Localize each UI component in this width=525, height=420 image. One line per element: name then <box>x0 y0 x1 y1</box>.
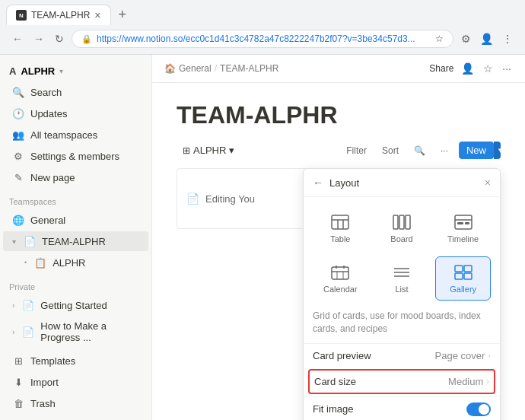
new-record-dropdown[interactable]: ▾ <box>494 142 501 159</box>
sidebar-item-team-alphr[interactable]: ▾ 📄 TEAM-ALPHR <box>3 231 148 251</box>
layout-option-table[interactable]: Table <box>313 206 368 250</box>
workspace-initial: A <box>9 65 16 77</box>
expand-icon: ▾ <box>12 237 16 246</box>
sidebar-item-import[interactable]: ⬇ Import <box>3 372 148 392</box>
tab-favicon: N <box>16 10 27 21</box>
fit-image-toggle[interactable] <box>466 402 491 416</box>
db-toolbar: ⊞ ALPHR ▾ Filter Sort 🔍 ··· New ▾ <box>177 142 501 159</box>
gallery-label: Gallery <box>450 285 476 294</box>
card-size-row[interactable]: Card size Medium › <box>308 369 495 394</box>
table-layout-icon <box>328 213 352 231</box>
gallery-card-icon: 📄 <box>186 192 199 205</box>
sidebar-settings-label: Settings & members <box>30 151 119 162</box>
sidebar-alphr-label: ALPHR <box>52 257 85 269</box>
sidebar-item-settings[interactable]: ⚙ Settings & members <box>3 146 148 166</box>
profile-button[interactable]: 👤 <box>477 31 496 46</box>
url-bar[interactable]: 🔒 https://www.notion.so/ecc0c1d41c3c4782… <box>72 30 453 48</box>
layout-options-grid: Table Board <box>304 197 500 310</box>
page-header: 🏠 General / TEAM-ALPHR Share 👤 ☆ ··· <box>152 55 525 83</box>
workspace-header[interactable]: A ALPHR ▾ <box>0 61 151 81</box>
page-title: TEAM-ALPHR <box>177 101 501 129</box>
sidebar-item-general[interactable]: 🌐 General <box>3 210 148 230</box>
alphr-expand-icon: • <box>24 259 27 266</box>
more-db-button[interactable]: ··· <box>436 142 453 159</box>
browser-chrome: N TEAM-ALPHR × + ← → ↻ 🔒 https://www.not… <box>0 0 525 55</box>
svg-rect-10 <box>465 222 469 224</box>
card-size-value: Medium <box>448 376 483 387</box>
board-layout-icon <box>390 213 414 231</box>
svg-rect-22 <box>455 273 463 279</box>
progress-icon: 📄 <box>22 326 34 338</box>
new-button-group: New ▾ <box>459 142 501 159</box>
tab-close-button[interactable]: × <box>94 10 100 21</box>
fit-image-row[interactable]: Fit image <box>304 396 500 420</box>
sidebar: A ALPHR ▾ 🔍 Search 🕐 Updates 👥 All teams… <box>0 55 152 420</box>
address-bar: ← → ↻ 🔒 https://www.notion.so/ecc0c1d41c… <box>0 25 525 54</box>
extensions-button[interactable]: ⚙ <box>458 31 474 46</box>
card-preview-chevron: › <box>488 351 491 360</box>
svg-rect-20 <box>455 266 463 272</box>
sidebar-item-getting-started[interactable]: › 📄 Getting Started <box>3 295 148 315</box>
sidebar-item-alphr[interactable]: • 📋 ALPHR <box>3 253 148 272</box>
sidebar-item-templates[interactable]: ⊞ Templates <box>3 351 148 371</box>
sidebar-item-trash[interactable]: 🗑 Trash <box>3 393 148 413</box>
refresh-button[interactable]: ↻ <box>52 31 67 46</box>
star-button[interactable]: ☆ <box>482 61 495 76</box>
card-preview-value: Page cover <box>435 350 485 361</box>
breadcrumb-home-icon: 🏠 <box>164 63 176 74</box>
sidebar-item-updates[interactable]: 🕐 Updates <box>3 103 148 123</box>
svg-rect-5 <box>399 215 404 229</box>
lock-icon: 🔒 <box>81 34 92 44</box>
getting-started-expand: › <box>12 301 14 310</box>
panel-close-button[interactable]: × <box>485 177 491 189</box>
card-preview-row[interactable]: Card preview Page cover › <box>304 343 500 368</box>
new-tab-button[interactable]: + <box>114 5 132 24</box>
back-button[interactable]: ← <box>9 31 26 46</box>
url-text: https://www.notion.so/ecc0c1d41c3c4782a4… <box>97 33 431 44</box>
layout-option-timeline[interactable]: Timeline <box>435 206 491 250</box>
layout-option-list[interactable]: List <box>374 256 430 301</box>
more-button[interactable]: ⋮ <box>499 31 516 46</box>
layout-option-gallery[interactable]: Gallery <box>435 256 491 301</box>
forward-button[interactable]: → <box>30 31 47 46</box>
sidebar-item-progress[interactable]: › 📄 How to Make a Progress ... <box>3 317 148 347</box>
more-options-button[interactable]: ··· <box>501 61 513 76</box>
card-size-chevron: › <box>486 377 489 386</box>
sidebar-general-label: General <box>30 215 65 226</box>
templates-icon: ⊞ <box>12 355 24 367</box>
gallery-card-content: Editing You <box>205 193 255 205</box>
breadcrumb-current: TEAM-ALPHR <box>220 63 278 74</box>
app: A ALPHR ▾ 🔍 Search 🕐 Updates 👥 All teams… <box>0 55 525 420</box>
share-button[interactable]: Share <box>429 63 453 74</box>
db-view-selector[interactable]: ⊞ ALPHR ▾ <box>177 142 240 159</box>
new-record-button[interactable]: New <box>459 142 494 159</box>
main-content: 🏠 General / TEAM-ALPHR Share 👤 ☆ ··· TEA… <box>152 55 525 420</box>
star-icon: ☆ <box>435 33 444 44</box>
tab-bar: N TEAM-ALPHR × + <box>0 0 525 25</box>
active-tab[interactable]: N TEAM-ALPHR × <box>6 5 111 25</box>
sidebar-item-search[interactable]: 🔍 Search <box>3 82 148 102</box>
sidebar-trash-label: Trash <box>30 398 56 409</box>
private-section-title: Private <box>0 273 151 294</box>
layout-description: Grid of cards, use for mood boards, inde… <box>304 310 500 343</box>
new-page-icon: ✎ <box>12 171 24 183</box>
user-icon-button[interactable]: 👤 <box>460 61 476 76</box>
svg-rect-11 <box>332 267 348 279</box>
teamspaces-section-title: Teamspaces <box>0 188 151 209</box>
sidebar-updates-label: Updates <box>30 108 67 119</box>
filter-button[interactable]: Filter <box>342 142 371 159</box>
trash-icon: 🗑 <box>12 397 24 409</box>
page-content: TEAM-ALPHR ⊞ ALPHR ▾ Filter Sort 🔍 ··· N… <box>152 83 525 420</box>
gallery-layout-icon <box>451 263 476 282</box>
team-alphr-icon: 📄 <box>24 235 36 247</box>
search-db-button[interactable]: 🔍 <box>409 142 430 159</box>
sidebar-item-teamspaces[interactable]: 👥 All teamspaces <box>3 125 148 145</box>
fit-image-label: Fit image <box>313 403 466 415</box>
layout-panel-title: Layout <box>329 177 485 189</box>
sidebar-item-new-page[interactable]: ✎ New page <box>3 167 148 187</box>
db-view-chevron: ▾ <box>229 145 234 156</box>
sort-button[interactable]: Sort <box>377 142 403 159</box>
layout-option-board[interactable]: Board <box>374 206 430 250</box>
layout-option-calendar[interactable]: Calendar <box>313 256 368 301</box>
panel-back-button[interactable]: ← <box>313 177 323 189</box>
